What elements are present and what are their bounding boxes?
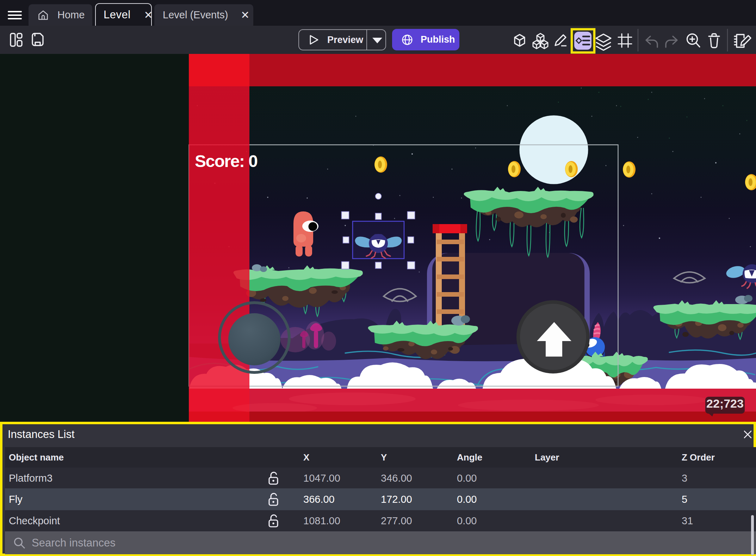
svg-text:22;723: 22;723 [706, 397, 744, 410]
svg-text:Score: 0: Score: 0 [195, 152, 257, 171]
